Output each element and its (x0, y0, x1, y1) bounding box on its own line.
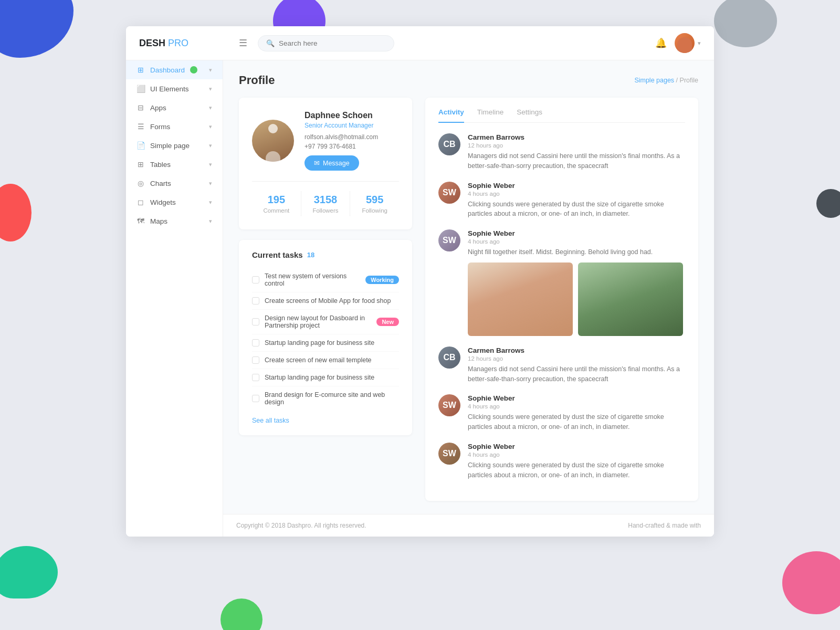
tab-settings[interactable]: Settings (517, 108, 542, 122)
sidebar-item-tables[interactable]: ⊞ Tables ▾ (126, 155, 223, 174)
chevron-icon: ▾ (209, 104, 212, 111)
task-text: Brand design for E-comurce site and web … (265, 391, 399, 406)
task-checkbox[interactable] (252, 374, 259, 381)
activity-body: Sophie Weber 4 hours ago Clicking sounds… (468, 443, 685, 480)
activity-name: Sophie Weber (468, 443, 685, 450)
task-checkbox[interactable] (252, 318, 259, 326)
sidebar-item-widgets[interactable]: ◻ Widgets ▾ (126, 193, 223, 212)
breadcrumb-current: Profile (680, 77, 698, 84)
ui-elements-icon: ⬜ (136, 85, 145, 93)
task-checkbox[interactable] (252, 356, 259, 364)
activity-time: 12 hours ago (468, 142, 685, 149)
profile-phone: +97 799 376-4681 (304, 143, 378, 150)
sidebar-label-maps: Maps (150, 217, 167, 225)
activity-name: Sophie Weber (468, 394, 685, 402)
sidebar-item-charts[interactable]: ◎ Charts ▾ (126, 174, 223, 193)
chevron-icon: ▾ (209, 86, 212, 92)
activity-item: SW Sophie Weber 4 hours ago Night fill t… (438, 229, 685, 336)
avatar-silhouette (677, 37, 692, 53)
breadcrumb-parent[interactable]: Simple pages (634, 77, 674, 84)
activity-time: 4 hours ago (468, 452, 685, 458)
user-avatar-button[interactable]: ▾ (675, 33, 701, 53)
topbar: ☰ 🔍 🔔 ▾ (236, 33, 701, 53)
activity-tabs: ActivityTimelineSettings (438, 108, 685, 123)
sidebar-item-ui-elements[interactable]: ⬜ UI Elements ▾ (126, 79, 223, 98)
page-area: Profile Simple pages / Profile (223, 60, 714, 514)
task-item: Create screen of new email templete (252, 352, 399, 369)
activity-text: Managers did not send Cassini here until… (468, 151, 685, 171)
simple-page-icon: 📄 (136, 141, 145, 150)
profile-card: Daphnee Schoen Senior Account Manager ro… (239, 98, 412, 229)
activity-avatar: SW (438, 229, 460, 251)
tasks-header: Current tasks 18 (252, 250, 399, 259)
task-text: Startup landing page for business site (265, 374, 374, 381)
sidebar-item-dashboard[interactable]: ⊞ Dashboard ▾ (126, 60, 223, 79)
task-badge: New (376, 318, 399, 326)
activity-name: Carmen Barrows (468, 133, 685, 141)
chevron-down-icon: ▾ (698, 40, 701, 47)
stat-label: Comment (255, 207, 298, 214)
sidebar-label-tables: Tables (150, 161, 171, 169)
left-column: Daphnee Schoen Senior Account Manager ro… (239, 98, 412, 501)
message-button[interactable]: ✉ Message (304, 155, 359, 171)
stat-following: 595 Following (350, 191, 399, 216)
sidebar-nav: ⊞ Dashboard ▾ ⬜ UI Elements ▾ ⊟ Apps ▾ ☰… (126, 60, 223, 230)
task-item: Create screens of Mobile App for food sh… (252, 292, 399, 310)
activity-text: Managers did not send Cassini here until… (468, 364, 685, 384)
activity-list: CB Carmen Barrows 12 hours ago Managers … (438, 133, 685, 480)
avatar-head (268, 124, 278, 133)
chevron-icon: ▾ (209, 199, 212, 206)
tasks-list: Test new system of versions control Work… (252, 268, 399, 411)
activity-item: CB Carmen Barrows 12 hours ago Managers … (438, 133, 685, 171)
tasks-panel: Current tasks 18 Test new system of vers… (239, 240, 412, 435)
tasks-title: Current tasks (252, 250, 303, 259)
task-checkbox[interactable] (252, 339, 259, 346)
nav-badge (190, 66, 197, 74)
activity-item: SW Sophie Weber 4 hours ago Clicking sou… (438, 443, 685, 480)
profile-top: Daphnee Schoen Senior Account Manager ro… (252, 111, 399, 171)
tab-timeline[interactable]: Timeline (477, 108, 504, 122)
task-badge: Working (365, 276, 399, 284)
task-checkbox[interactable] (252, 395, 259, 402)
tasks-count: 18 (307, 251, 314, 259)
task-text: Test new system of versions control (265, 272, 360, 287)
tab-activity[interactable]: Activity (438, 108, 464, 122)
sidebar-item-simple-page[interactable]: 📄 Simple page ▾ (126, 136, 223, 155)
header: DESH PRO ☰ 🔍 🔔 ▾ (126, 26, 714, 60)
profile-role: Senior Account Manager (304, 122, 378, 129)
task-text: Create screens of Mobile App for food sh… (265, 297, 391, 304)
profile-avatar-shape (252, 120, 294, 162)
dashboard-icon: ⊞ (136, 66, 145, 74)
see-all-tasks-link[interactable]: See all tasks (252, 417, 289, 424)
activity-text: Clicking sounds were generated by dust t… (468, 412, 685, 432)
task-checkbox[interactable] (252, 276, 259, 284)
chevron-icon: ▾ (209, 142, 212, 149)
avatar-body (266, 151, 280, 162)
topbar-right: 🔔 ▾ (655, 33, 701, 53)
logo-text: DESH (139, 38, 165, 48)
task-item: Startup landing page for business site (252, 334, 399, 352)
task-checkbox[interactable] (252, 297, 259, 304)
activity-time: 4 hours ago (468, 191, 685, 197)
activity-text: Night fill together itself. Midst. Begin… (468, 247, 685, 257)
task-text: Startup landing page for business site (265, 339, 374, 346)
charts-icon: ◎ (136, 179, 145, 187)
sidebar-label-apps: Apps (150, 104, 166, 112)
profile-name: Daphnee Schoen (304, 111, 378, 120)
menu-toggle-button[interactable]: ☰ (236, 35, 250, 51)
app-container: DESH PRO ☰ 🔍 🔔 ▾ (126, 26, 714, 537)
search-input[interactable] (279, 39, 373, 47)
activity-item: SW Sophie Weber 4 hours ago Clicking sou… (438, 394, 685, 432)
sidebar-item-apps[interactable]: ⊟ Apps ▾ (126, 98, 223, 117)
sidebar-item-maps[interactable]: 🗺 Maps ▾ (126, 212, 223, 230)
task-item: Test new system of versions control Work… (252, 268, 399, 292)
sidebar-item-forms[interactable]: ☰ Forms ▾ (126, 117, 223, 136)
chevron-icon: ▾ (209, 123, 212, 130)
stat-value: 595 (353, 194, 396, 206)
activity-text: Clicking sounds were generated by dust t… (468, 460, 685, 480)
main-content: Profile Simple pages / Profile (223, 60, 714, 537)
sidebar-label-ui-elements: UI Elements (150, 85, 189, 93)
activity-text: Clicking sounds were generated by dust t… (468, 200, 685, 219)
search-icon: 🔍 (266, 39, 275, 47)
notification-button[interactable]: 🔔 (655, 37, 667, 49)
